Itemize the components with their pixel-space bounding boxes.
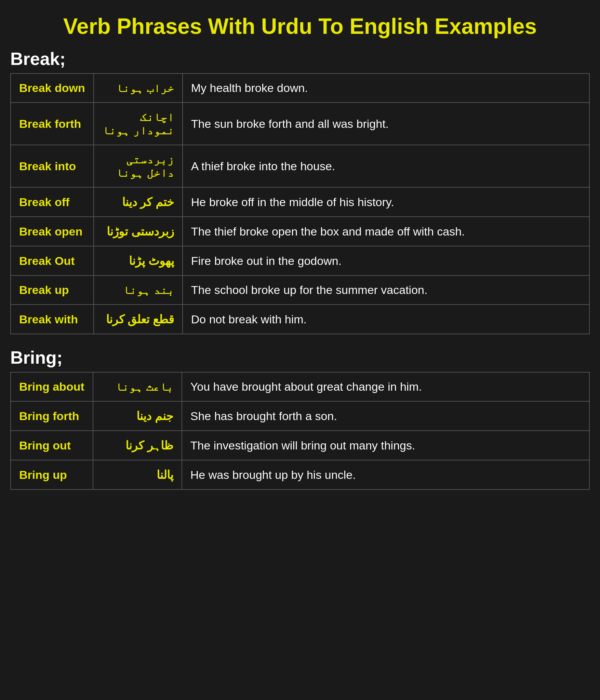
- example-cell: You have brought about great change in h…: [182, 372, 589, 401]
- phrase-cell: Bring about: [11, 372, 93, 401]
- phrase-cell: Break up: [11, 275, 94, 305]
- phrase-cell: Bring forth: [11, 401, 93, 431]
- urdu-cell: پھوٹ پڑنا: [94, 246, 183, 275]
- example-cell: Fire broke out in the godown.: [183, 246, 589, 275]
- urdu-cell: پالنا: [93, 460, 182, 489]
- example-cell: My health broke down.: [183, 73, 589, 103]
- table-row: Bring forth جنم دینا She has brought for…: [11, 401, 589, 431]
- table-row: Break off ختم کر دینا He broke off in th…: [11, 187, 589, 217]
- phrase-cell: Break with: [11, 305, 94, 334]
- urdu-cell: قطع تعلق کرنا: [94, 305, 183, 334]
- urdu-cell: ختم کر دینا: [94, 187, 183, 217]
- table-row: Bring about باعث ہونا You have brought a…: [11, 372, 589, 401]
- urdu-cell: زبردستی داخل ہونا: [94, 145, 183, 187]
- urdu-cell: بند ہونا: [94, 275, 183, 305]
- phrase-cell: Break down: [11, 73, 94, 103]
- urdu-cell: زبردستی توڑنا: [94, 217, 183, 246]
- phrase-cell: Bring out: [11, 431, 93, 460]
- example-cell: The investigation will bring out many th…: [182, 431, 589, 460]
- table-row: Break up بند ہونا The school broke up fo…: [11, 275, 589, 305]
- example-cell: The school broke up for the summer vacat…: [183, 275, 589, 305]
- page-title: Verb Phrases With Urdu To English Exampl…: [10, 7, 590, 42]
- urdu-cell: ظاہر کرنا: [93, 431, 182, 460]
- example-cell: The sun broke forth and all was bright.: [183, 103, 589, 145]
- bring-section-heading: Bring;: [10, 341, 590, 372]
- break-table: Break down خراب ہونا My health broke dow…: [10, 73, 590, 334]
- bring-table: Bring about باعث ہونا You have brought a…: [10, 372, 590, 490]
- phrase-cell: Break forth: [11, 103, 94, 145]
- table-row: Break with قطع تعلق کرنا Do not break wi…: [11, 305, 589, 334]
- phrase-cell: Break open: [11, 217, 94, 246]
- table-row: Bring up پالنا He was brought up by his …: [11, 460, 589, 489]
- urdu-cell: اچانک نمودار ہونا: [94, 103, 183, 145]
- urdu-cell: جنم دینا: [93, 401, 182, 431]
- example-cell: Do not break with him.: [183, 305, 589, 334]
- table-row: Break down خراب ہونا My health broke dow…: [11, 73, 589, 103]
- phrase-cell: Break Out: [11, 246, 94, 275]
- urdu-cell: خراب ہونا: [94, 73, 183, 103]
- example-cell: The thief broke open the box and made of…: [183, 217, 589, 246]
- table-row: Break forth اچانک نمودار ہونا The sun br…: [11, 103, 589, 145]
- table-row: Break Out پھوٹ پڑنا Fire broke out in th…: [11, 246, 589, 275]
- example-cell: He was brought up by his uncle.: [182, 460, 589, 489]
- phrase-cell: Break into: [11, 145, 94, 187]
- table-row: Bring out ظاہر کرنا The investigation wi…: [11, 431, 589, 460]
- table-row: Break into زبردستی داخل ہونا A thief bro…: [11, 145, 589, 187]
- example-cell: She has brought forth a son.: [182, 401, 589, 431]
- table-row: Break open زبردستی توڑنا The thief broke…: [11, 217, 589, 246]
- urdu-cell: باعث ہونا: [93, 372, 182, 401]
- break-section-heading: Break;: [10, 42, 590, 73]
- example-cell: He broke off in the middle of his histor…: [183, 187, 589, 217]
- example-cell: A thief broke into the house.: [183, 145, 589, 187]
- phrase-cell: Bring up: [11, 460, 93, 489]
- phrase-cell: Break off: [11, 187, 94, 217]
